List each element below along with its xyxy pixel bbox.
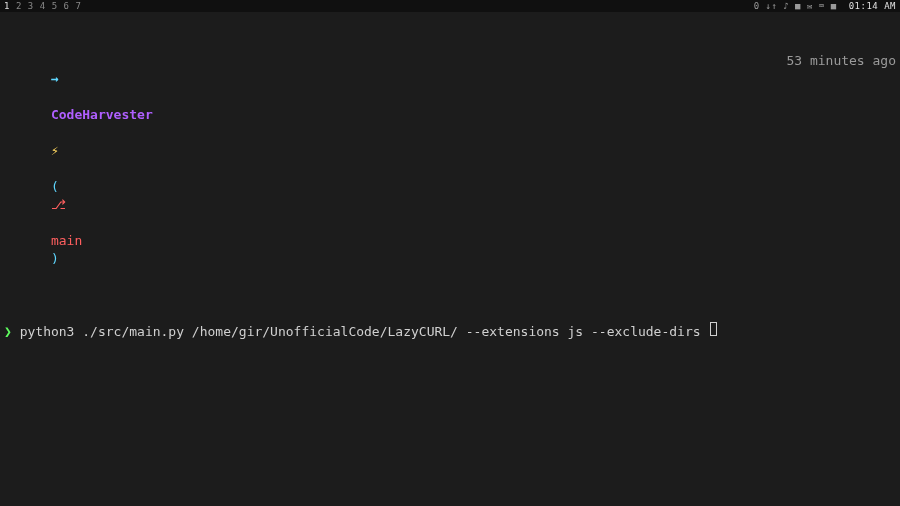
paren-close: ) xyxy=(51,251,59,266)
statusbar-right: 0 ↓↑ ♪ ■ ✉ ⌨ ■ 01:14 AM xyxy=(754,0,896,12)
statusbar: 1 2 3 4 5 6 7 0 ↓↑ ♪ ■ ✉ ⌨ ■ 01:14 AM xyxy=(0,0,900,12)
git-branch: main xyxy=(51,233,82,248)
paren-open: ( xyxy=(51,179,59,194)
tray-icons: 0 ↓↑ ♪ ■ ✉ ⌨ xyxy=(754,0,825,12)
tray-text: 0 ↓↑ ♪ ■ ✉ ⌨ xyxy=(754,0,825,12)
prompt-line-2: ❯ python3 ./src/main.py /home/gir/Unoffi… xyxy=(4,322,896,341)
terminal[interactable]: → CodeHarvester ⚡ ( ⎇ main ) 53 minutes … xyxy=(0,14,900,506)
workspace-1[interactable]: 1 xyxy=(4,0,10,12)
cursor xyxy=(710,322,717,336)
workspace-3[interactable]: 3 xyxy=(28,0,34,12)
workspace-5[interactable]: 5 xyxy=(52,0,58,12)
workspace-2[interactable]: 2 xyxy=(16,0,22,12)
clock: 01:14 AM xyxy=(849,0,896,12)
battery-icon: ■ xyxy=(831,0,837,12)
workspace-4[interactable]: 4 xyxy=(40,0,46,12)
prompt-arrow-icon: → xyxy=(51,71,59,86)
git-branch-icon: ⎇ xyxy=(51,197,66,212)
cwd: CodeHarvester xyxy=(51,107,153,122)
lightning-icon: ⚡ xyxy=(51,143,59,158)
secondary-prompt-icon: ❯ xyxy=(4,323,12,341)
prompt-line-1: → CodeHarvester ⚡ ( ⎇ main ) 53 minutes … xyxy=(4,52,896,286)
workspace-6[interactable]: 6 xyxy=(64,0,70,12)
workspace-7[interactable]: 7 xyxy=(76,0,82,12)
command-input[interactable]: python3 ./src/main.py /home/gir/Unoffici… xyxy=(20,323,709,341)
workspace-list: 1 2 3 4 5 6 7 xyxy=(4,0,81,12)
right-prompt-time: 53 minutes ago xyxy=(786,52,896,70)
